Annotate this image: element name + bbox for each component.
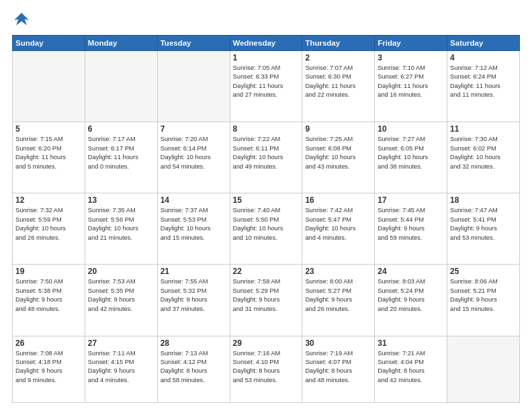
day-info: Sunrise: 7:32 AM Sunset: 5:59 PM Dayligh… [15,206,82,242]
weekday-header-row: SundayMondayTuesdayWednesdayThursdayFrid… [13,36,520,51]
day-info: Sunrise: 7:15 AM Sunset: 6:20 PM Dayligh… [15,135,82,171]
day-info: Sunrise: 7:21 AM Sunset: 4:04 PM Dayligh… [378,349,444,385]
calendar-cell: 13Sunrise: 7:35 AM Sunset: 5:56 PM Dayli… [85,193,157,265]
day-info: Sunrise: 7:53 AM Sunset: 5:35 PM Dayligh… [88,277,154,314]
day-number: 12 [15,195,82,205]
weekday-thursday: Thursday [302,36,375,51]
day-number: 14 [161,195,227,205]
day-number: 24 [378,267,444,276]
calendar-cell [13,51,85,122]
day-info: Sunrise: 7:58 AM Sunset: 5:29 PM Dayligh… [233,277,300,314]
day-info: Sunrise: 7:10 AM Sunset: 6:27 PM Dayligh… [378,64,444,100]
calendar-cell: 6Sunrise: 7:17 AM Sunset: 6:17 PM Daylig… [85,122,157,193]
day-number: 18 [450,195,517,205]
day-info: Sunrise: 7:16 AM Sunset: 4:10 PM Dayligh… [233,349,300,385]
calendar-cell: 2Sunrise: 7:07 AM Sunset: 6:30 PM Daylig… [302,51,375,122]
day-number: 29 [233,338,300,348]
day-number: 26 [15,338,82,348]
calendar-cell: 18Sunrise: 7:47 AM Sunset: 5:41 PM Dayli… [447,193,520,265]
day-number: 4 [450,53,517,62]
day-number: 25 [450,267,517,276]
week-row-1: 5Sunrise: 7:15 AM Sunset: 6:20 PM Daylig… [13,122,520,193]
day-info: Sunrise: 7:13 AM Sunset: 4:12 PM Dayligh… [161,349,227,385]
day-number: 23 [305,267,371,276]
calendar-cell: 8Sunrise: 7:22 AM Sunset: 6:11 PM Daylig… [230,122,302,193]
calendar-cell: 29Sunrise: 7:16 AM Sunset: 4:10 PM Dayli… [230,336,302,403]
weekday-friday: Friday [375,36,447,51]
day-number: 5 [15,124,82,134]
calendar-cell: 10Sunrise: 7:27 AM Sunset: 6:05 PM Dayli… [375,122,447,193]
day-info: Sunrise: 7:20 AM Sunset: 6:14 PM Dayligh… [161,135,227,171]
week-row-2: 12Sunrise: 7:32 AM Sunset: 5:59 PM Dayli… [13,193,520,265]
calendar-cell: 23Sunrise: 8:00 AM Sunset: 5:27 PM Dayli… [302,265,375,336]
calendar-cell: 16Sunrise: 7:42 AM Sunset: 5:47 PM Dayli… [302,193,375,265]
day-number: 8 [233,124,300,134]
page: SundayMondayTuesdayWednesdayThursdayFrid… [0,0,532,411]
calendar-cell: 1Sunrise: 7:05 AM Sunset: 6:33 PM Daylig… [230,51,302,122]
calendar-cell: 5Sunrise: 7:15 AM Sunset: 6:20 PM Daylig… [13,122,85,193]
day-info: Sunrise: 7:40 AM Sunset: 5:50 PM Dayligh… [233,206,300,242]
day-number: 1 [233,53,300,62]
calendar-cell: 20Sunrise: 7:53 AM Sunset: 5:35 PM Dayli… [85,265,157,336]
calendar-cell: 24Sunrise: 8:03 AM Sunset: 5:24 PM Dayli… [375,265,447,336]
weekday-sunday: Sunday [13,36,85,51]
day-number: 11 [450,124,517,134]
week-row-4: 26Sunrise: 7:08 AM Sunset: 4:18 PM Dayli… [13,336,520,403]
day-info: Sunrise: 7:07 AM Sunset: 6:30 PM Dayligh… [305,64,371,100]
day-info: Sunrise: 7:47 AM Sunset: 5:41 PM Dayligh… [450,206,517,242]
calendar-cell [447,336,520,403]
day-info: Sunrise: 7:17 AM Sunset: 6:17 PM Dayligh… [88,135,154,171]
day-number: 31 [378,338,444,348]
calendar-cell [85,51,157,122]
day-info: Sunrise: 7:11 AM Sunset: 4:15 PM Dayligh… [88,349,154,385]
calendar-cell: 27Sunrise: 7:11 AM Sunset: 4:15 PM Dayli… [85,336,157,403]
calendar-cell: 4Sunrise: 7:12 AM Sunset: 6:24 PM Daylig… [447,51,520,122]
day-number: 30 [305,338,371,348]
day-number: 17 [378,195,444,205]
calendar-cell: 22Sunrise: 7:58 AM Sunset: 5:29 PM Dayli… [230,265,302,336]
svg-marker-0 [14,13,29,26]
calendar-table: SundayMondayTuesdayWednesdayThursdayFrid… [12,35,520,403]
day-info: Sunrise: 7:05 AM Sunset: 6:33 PM Dayligh… [233,64,300,100]
day-info: Sunrise: 7:55 AM Sunset: 5:32 PM Dayligh… [161,277,227,314]
day-number: 3 [378,53,444,62]
calendar-cell [157,51,230,122]
day-number: 15 [233,195,300,205]
day-info: Sunrise: 7:37 AM Sunset: 5:53 PM Dayligh… [161,206,227,242]
day-info: Sunrise: 7:19 AM Sunset: 4:07 PM Dayligh… [305,349,371,385]
weekday-monday: Monday [85,36,157,51]
calendar-cell: 26Sunrise: 7:08 AM Sunset: 4:18 PM Dayli… [13,336,85,403]
day-info: Sunrise: 7:25 AM Sunset: 6:08 PM Dayligh… [305,135,371,171]
day-number: 10 [378,124,444,134]
calendar-cell: 30Sunrise: 7:19 AM Sunset: 4:07 PM Dayli… [302,336,375,403]
day-number: 22 [233,267,300,276]
day-info: Sunrise: 7:45 AM Sunset: 5:44 PM Dayligh… [378,206,444,242]
calendar-cell: 17Sunrise: 7:45 AM Sunset: 5:44 PM Dayli… [375,193,447,265]
day-number: 6 [88,124,154,134]
weekday-saturday: Saturday [447,36,520,51]
header [12,11,520,30]
day-number: 20 [88,267,154,276]
day-info: Sunrise: 7:50 AM Sunset: 5:38 PM Dayligh… [15,277,82,314]
calendar-cell: 3Sunrise: 7:10 AM Sunset: 6:27 PM Daylig… [375,51,447,122]
calendar-cell: 25Sunrise: 8:06 AM Sunset: 5:21 PM Dayli… [447,265,520,336]
day-number: 16 [305,195,371,205]
day-number: 7 [161,124,227,134]
calendar-cell: 28Sunrise: 7:13 AM Sunset: 4:12 PM Dayli… [157,336,230,403]
calendar-cell: 12Sunrise: 7:32 AM Sunset: 5:59 PM Dayli… [13,193,85,265]
calendar-cell: 14Sunrise: 7:37 AM Sunset: 5:53 PM Dayli… [157,193,230,265]
day-info: Sunrise: 7:08 AM Sunset: 4:18 PM Dayligh… [15,349,82,385]
day-info: Sunrise: 8:06 AM Sunset: 5:21 PM Dayligh… [450,277,517,314]
week-row-3: 19Sunrise: 7:50 AM Sunset: 5:38 PM Dayli… [13,265,520,336]
day-info: Sunrise: 7:35 AM Sunset: 5:56 PM Dayligh… [88,206,154,242]
day-info: Sunrise: 8:03 AM Sunset: 5:24 PM Dayligh… [378,277,444,314]
day-info: Sunrise: 7:30 AM Sunset: 6:02 PM Dayligh… [450,135,517,171]
day-number: 21 [161,267,227,276]
calendar-cell: 7Sunrise: 7:20 AM Sunset: 6:14 PM Daylig… [157,122,230,193]
weekday-tuesday: Tuesday [157,36,230,51]
logo-icon [12,11,31,30]
day-number: 9 [305,124,371,134]
calendar-cell: 21Sunrise: 7:55 AM Sunset: 5:32 PM Dayli… [157,265,230,336]
day-info: Sunrise: 7:27 AM Sunset: 6:05 PM Dayligh… [378,135,444,171]
day-info: Sunrise: 7:12 AM Sunset: 6:24 PM Dayligh… [450,64,517,100]
